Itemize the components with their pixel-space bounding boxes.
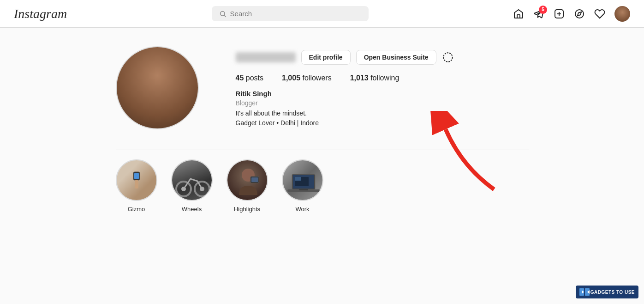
highlight-circle-gizmo <box>116 159 157 201</box>
compass-icon <box>574 8 585 19</box>
highlight-label-highlights: Highlights <box>234 206 260 213</box>
edit-profile-button[interactable]: Edit profile <box>301 50 351 65</box>
highlight-item-highlights[interactable]: Highlights <box>227 159 268 213</box>
settings-icon <box>442 51 454 63</box>
add-icon <box>554 8 565 19</box>
wheels-svg <box>172 160 213 201</box>
highlight-circle-work <box>282 159 323 201</box>
gizmo-svg <box>125 166 148 194</box>
messenger-button[interactable]: 5 <box>533 8 544 19</box>
svg-point-8 <box>443 53 453 62</box>
profile-avatar <box>116 46 199 129</box>
explore-button[interactable] <box>574 8 585 19</box>
followers-label: followers <box>303 74 332 82</box>
highlights-svg <box>227 160 268 201</box>
following-count: 1,013 <box>350 74 369 82</box>
profile-stats-row: 45 posts 1,005 followers 1,013 following <box>236 74 529 82</box>
profile-avatar-button[interactable] <box>614 6 630 22</box>
svg-point-0 <box>220 11 224 15</box>
header-avatar <box>614 6 630 22</box>
main-content: Edit profile Open Business Suite 45 post… <box>107 28 538 226</box>
posts-label: posts <box>246 74 263 82</box>
svg-rect-2 <box>517 15 520 18</box>
posts-count: 45 <box>236 74 244 82</box>
heart-icon <box>594 8 605 19</box>
following-label: following <box>370 74 399 82</box>
profile-name: Ritik Singh <box>236 90 529 97</box>
instagram-logo: Instagram <box>14 6 67 21</box>
following-stat[interactable]: 1,013 following <box>350 74 400 82</box>
highlight-label-wheels: Wheels <box>182 206 202 213</box>
highlight-image-work <box>283 160 322 200</box>
profile-top-row: Edit profile Open Business Suite <box>236 50 529 65</box>
profile-info: Edit profile Open Business Suite 45 post… <box>236 46 529 128</box>
profile-photo <box>117 47 198 128</box>
highlight-circle-wheels <box>171 159 213 201</box>
create-post-button[interactable] <box>554 8 565 19</box>
svg-rect-11 <box>134 173 139 179</box>
messenger-badge: 5 <box>539 6 547 14</box>
profile-avatar-wrap <box>116 46 199 129</box>
svg-point-15 <box>181 187 186 191</box>
svg-rect-19 <box>251 177 258 182</box>
highlight-label-work: Work <box>295 206 309 213</box>
profile-bio: It's all about the mindset. Gadget Lover… <box>236 109 529 128</box>
header-nav-icons: 5 <box>513 6 630 22</box>
highlights-section: Gizmo Wheels <box>116 150 529 226</box>
highlight-image-gizmo <box>117 160 156 200</box>
highlight-image-wheels <box>172 160 212 200</box>
svg-rect-23 <box>299 189 308 190</box>
open-business-suite-button[interactable]: Open Business Suite <box>356 50 436 65</box>
profile-section: Edit profile Open Business Suite 45 post… <box>116 46 529 129</box>
profile-role: Blogger <box>236 99 529 107</box>
home-icon <box>513 8 524 19</box>
svg-point-6 <box>575 10 584 18</box>
svg-rect-12 <box>135 180 138 188</box>
followers-count: 1,005 <box>282 74 300 82</box>
bio-line2: Gadget Lover • Delhi | Indore <box>236 118 529 128</box>
highlight-label-gizmo: Gizmo <box>128 206 145 213</box>
followers-stat[interactable]: 1,005 followers <box>282 74 332 82</box>
notifications-button[interactable] <box>594 8 605 19</box>
highlight-item-work[interactable]: Work <box>282 159 323 213</box>
search-input[interactable] <box>230 10 361 18</box>
svg-rect-25 <box>295 177 301 181</box>
highlight-item-gizmo[interactable]: Gizmo <box>116 159 157 213</box>
header: Instagram 5 <box>0 0 644 28</box>
posts-stat: 45 posts <box>236 74 264 82</box>
highlight-circle-highlights <box>227 159 268 201</box>
username-blurred <box>236 52 296 62</box>
highlight-item-wheels[interactable]: Wheels <box>171 159 213 213</box>
search-bar[interactable] <box>212 6 369 21</box>
search-icon <box>219 10 227 18</box>
highlight-image-highlights <box>227 160 267 200</box>
settings-button[interactable] <box>442 51 454 63</box>
work-svg <box>283 160 323 201</box>
svg-marker-7 <box>578 12 581 15</box>
bio-line1: It's all about the mindset. <box>236 109 529 118</box>
home-button[interactable] <box>513 8 524 19</box>
svg-line-1 <box>224 15 226 17</box>
svg-point-16 <box>200 187 204 191</box>
